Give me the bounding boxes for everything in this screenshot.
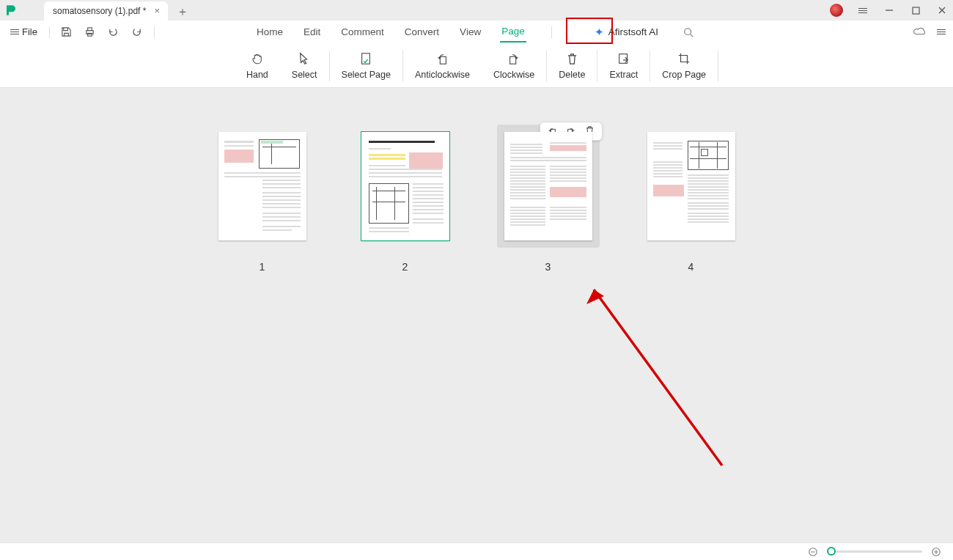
page-thumbnail-4[interactable]: 4	[640, 125, 743, 273]
page-thumbnail-2[interactable]: 2	[354, 125, 457, 273]
crop-icon	[677, 51, 691, 66]
menu-comment[interactable]: Comment	[339, 22, 386, 42]
menu-home[interactable]: Home	[255, 22, 284, 42]
zoom-knob[interactable]	[827, 547, 836, 556]
menu-convert[interactable]: Convert	[403, 22, 441, 42]
zoom-out-button[interactable]	[806, 545, 820, 559]
thumbnail-row: 1	[0, 88, 953, 273]
tool-anticlockwise[interactable]: Anticlockwise	[403, 44, 482, 88]
separator	[154, 26, 155, 38]
window-controls	[830, 0, 949, 21]
svg-rect-10	[441, 56, 446, 64]
ai-label: Afirstsoft AI	[608, 26, 658, 37]
new-tab-button[interactable]: ＋	[172, 3, 193, 21]
tool-select[interactable]: Select	[280, 44, 329, 88]
svg-rect-11	[510, 56, 516, 64]
page-number: 2	[402, 261, 408, 273]
page-thumbnail-3[interactable]: 3	[497, 125, 600, 273]
print-icon[interactable]	[81, 23, 100, 41]
svg-marker-16	[586, 290, 604, 304]
search-icon[interactable]	[679, 23, 698, 41]
tool-label: Extract	[609, 70, 638, 80]
rotate-cw-icon	[507, 51, 521, 66]
page-3-preview	[504, 132, 592, 240]
tool-clockwise[interactable]: Clockwise	[482, 44, 546, 88]
document-tab-title: somatosensory (1).pdf *	[53, 6, 146, 16]
page-4-preview	[647, 132, 735, 240]
separator	[49, 26, 50, 38]
tabstrip: somatosensory (1).pdf * × ＋	[44, 0, 193, 21]
hamburger-icon	[10, 28, 19, 36]
statusbar	[0, 542, 953, 560]
svg-rect-5	[88, 28, 92, 31]
cloud-icon[interactable]	[913, 26, 927, 39]
file-left-group: File	[0, 23, 158, 41]
maximize-icon[interactable]	[909, 4, 922, 17]
tool-delete[interactable]: Delete	[547, 44, 597, 88]
cursor-icon	[297, 51, 312, 66]
close-window-icon[interactable]	[935, 4, 949, 17]
zoom-in-button[interactable]	[930, 545, 943, 559]
minimize-icon[interactable]	[883, 4, 896, 17]
file-menu-button[interactable]: File	[6, 25, 42, 39]
svg-point-7	[685, 28, 691, 34]
app-logo	[0, 0, 22, 21]
document-tab[interactable]: somatosensory (1).pdf * ×	[44, 1, 168, 21]
app-logo-icon	[4, 4, 18, 17]
ribbon-inner: Hand Select Select Page Anticlockwise Cl…	[235, 44, 718, 87]
sparkle-icon: ✦	[595, 26, 604, 39]
tool-label: Hand	[246, 70, 268, 80]
tool-select-page[interactable]: Select Page	[330, 44, 402, 88]
hand-icon	[250, 51, 265, 66]
ai-button[interactable]: ✦ Afirstsoft AI	[595, 26, 658, 39]
page-thumbnail-1[interactable]: 1	[211, 125, 314, 273]
page-number: 1	[260, 261, 265, 273]
tool-label: Delete	[559, 70, 585, 80]
ribbon: Hand Select Select Page Anticlockwise Cl…	[0, 44, 953, 88]
svg-line-15	[594, 290, 722, 465]
page-1-preview	[218, 132, 306, 240]
zoom-track	[827, 550, 922, 553]
more-icon[interactable]	[937, 26, 946, 39]
undo-icon[interactable]	[104, 23, 123, 41]
close-tab-icon[interactable]: ×	[152, 5, 162, 15]
trash-icon	[564, 51, 579, 66]
redo-icon[interactable]	[128, 23, 147, 41]
tool-crop-page[interactable]: Crop Page	[650, 44, 718, 88]
select-page-icon	[358, 51, 373, 66]
page-2-preview	[361, 132, 449, 240]
page-number: 4	[688, 261, 694, 273]
workspace: 1	[0, 88, 953, 542]
page-number: 3	[545, 261, 551, 273]
user-avatar[interactable]	[830, 4, 843, 17]
extract-icon	[617, 51, 631, 66]
tool-label: Select Page	[342, 70, 391, 80]
separator	[718, 51, 718, 81]
separator	[551, 26, 552, 38]
file-menu-label: File	[22, 26, 37, 37]
app-menu-icon[interactable]	[856, 4, 869, 17]
tool-label: Anticlockwise	[415, 70, 470, 80]
menu-edit[interactable]: Edit	[302, 22, 322, 42]
menu-page[interactable]: Page	[500, 21, 526, 43]
tool-extract[interactable]: Extract	[597, 44, 650, 88]
tool-label: Select	[292, 70, 317, 80]
menu-view[interactable]: View	[458, 22, 482, 42]
tool-label: Crop Page	[662, 70, 706, 80]
svg-rect-1	[913, 7, 919, 14]
svg-line-8	[691, 34, 693, 37]
titlebar: somatosensory (1).pdf * × ＋	[0, 0, 953, 21]
rotate-ccw-icon	[435, 51, 449, 66]
zoom-slider[interactable]	[827, 550, 922, 553]
filebar: File Home Edit Comment Convert View Page…	[0, 21, 953, 44]
main-menu: Home Edit Comment Convert View Page ✦ Af…	[255, 21, 698, 44]
tool-label: Clockwise	[493, 70, 534, 80]
right-toolbar	[913, 26, 946, 39]
save-icon[interactable]	[57, 23, 76, 41]
tool-hand[interactable]: Hand	[235, 44, 280, 88]
